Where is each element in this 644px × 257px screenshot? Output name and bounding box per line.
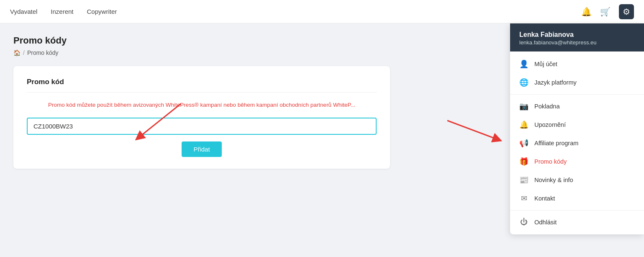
dropdown-item-novinky[interactable]: 📰 Novinky & info	[510, 171, 644, 180]
page-body: Promo kódy 🏠 / Promo kódy Promo kód Prom…	[0, 23, 502, 180]
dropdown-label-upozorneni: Upozornění	[534, 121, 566, 128]
dropdown-header: Lenka Fabianova lenka.fabianova@whitepre…	[510, 23, 644, 51]
breadcrumb-home-icon[interactable]: 🏠	[13, 49, 21, 56]
user-dropdown: Lenka Fabianova lenka.fabianova@whitepre…	[510, 23, 644, 180]
dropdown-item-muj-ucet[interactable]: 👤 Můj účet	[510, 55, 644, 73]
card-container: Promo kód Promo kód můžete použít během …	[13, 66, 489, 169]
breadcrumb-separator: /	[23, 49, 25, 56]
card-title: Promo kód	[27, 78, 377, 93]
dropdown-label-novinky: Novinky & info	[534, 177, 573, 180]
nav-icon-group: 🔔 🛒 ⚙	[581, 4, 634, 19]
promo-code-input[interactable]	[27, 118, 377, 135]
breadcrumb: 🏠 / Promo kódy	[13, 49, 489, 56]
cart-icon[interactable]: 🛒	[600, 7, 611, 17]
dropdown-arrow-container: 👤 Můj účet 🌐 Jazyk platformy 📷 Pokladna …	[510, 51, 644, 180]
gear-icon[interactable]: ⚙	[619, 4, 634, 19]
dropdown-label-pokladna: Pokladna	[534, 103, 559, 110]
promo-card: Promo kód Promo kód můžete použít během …	[13, 66, 390, 169]
user-icon: 👤	[519, 59, 529, 69]
dropdown-user-email: lenka.fabianova@whitepress.eu	[519, 39, 635, 46]
dropdown-label-muj-ucet: Můj účet	[534, 61, 557, 67]
dropdown-label-promo: Promo kódy	[534, 158, 567, 165]
page-title: Promo kódy	[13, 35, 489, 46]
dropdown-label-affiliate: Affiliate program	[534, 140, 578, 146]
gift-icon: 🎁	[519, 157, 529, 166]
top-nav: Vydavatel Inzerent Copywriter 🔔 🛒 ⚙	[0, 0, 644, 23]
nav-copywriter[interactable]: Copywriter	[87, 6, 117, 17]
dropdown-item-upozorneni[interactable]: 🔔 Upozornění	[510, 116, 644, 134]
camera-icon: 📷	[519, 102, 529, 111]
megaphone-icon: 📢	[519, 139, 529, 148]
dropdown-item-promo[interactable]: 🎁 Promo kódy	[510, 152, 644, 171]
nav-vydavatel[interactable]: Vydavatel	[10, 6, 37, 17]
globe-icon: 🌐	[519, 78, 529, 87]
dropdown-item-jazyk[interactable]: 🌐 Jazyk platformy	[510, 73, 644, 92]
bell2-icon: 🔔	[519, 120, 529, 129]
dropdown-menu: 👤 Můj účet 🌐 Jazyk platformy 📷 Pokladna …	[510, 51, 644, 180]
dropdown-item-pokladna[interactable]: 📷 Pokladna	[510, 97, 644, 116]
newspaper-icon: 📰	[519, 175, 529, 180]
dropdown-user-name: Lenka Fabianova	[519, 31, 635, 39]
promo-input-row: Přidat	[27, 118, 377, 157]
promo-description: Promo kód můžete použít během avizovanýc…	[27, 101, 377, 109]
nav-links: Vydavatel Inzerent Copywriter	[10, 6, 581, 17]
dropdown-item-affiliate[interactable]: 📢 Affiliate program	[510, 134, 644, 152]
nav-inzerent[interactable]: Inzerent	[51, 6, 73, 17]
bell-icon[interactable]: 🔔	[581, 7, 592, 17]
dropdown-label-jazyk: Jazyk platformy	[534, 79, 577, 86]
breadcrumb-current: Promo kódy	[27, 49, 59, 56]
pridat-button[interactable]: Přidat	[182, 141, 221, 157]
dropdown-divider-1	[510, 94, 644, 95]
